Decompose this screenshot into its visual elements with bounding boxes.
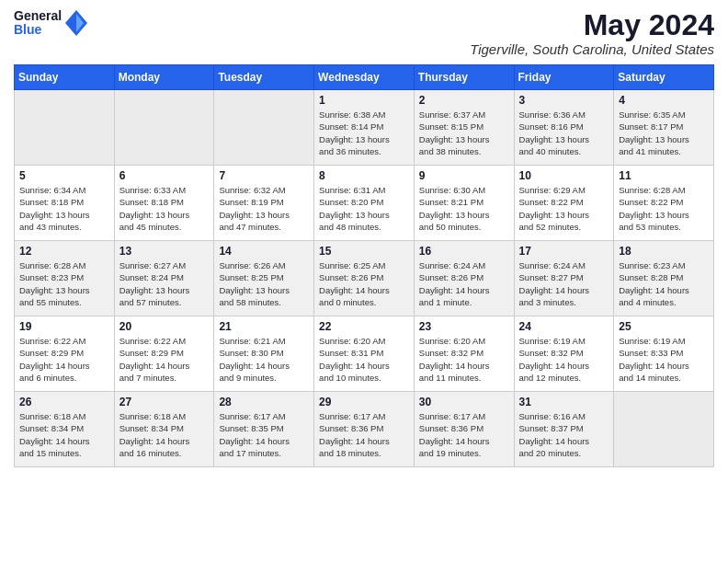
calendar-cell-3-3: 14Sunrise: 6:26 AM Sunset: 8:25 PM Dayli…: [214, 241, 314, 316]
day-info: Sunrise: 6:19 AM Sunset: 8:32 PM Dayligh…: [519, 335, 609, 384]
day-number: 27: [119, 396, 210, 408]
calendar-week-3: 12Sunrise: 6:28 AM Sunset: 8:23 PM Dayli…: [15, 241, 714, 316]
day-number: 4: [619, 94, 709, 107]
day-info: Sunrise: 6:30 AM Sunset: 8:21 PM Dayligh…: [419, 184, 509, 233]
calendar-week-1: 1Sunrise: 6:38 AM Sunset: 8:14 PM Daylig…: [15, 90, 714, 166]
day-number: 26: [19, 396, 109, 408]
calendar-cell-1-5: 2Sunrise: 6:37 AM Sunset: 8:15 PM Daylig…: [414, 90, 514, 166]
calendar-cell-5-5: 30Sunrise: 6:17 AM Sunset: 8:36 PM Dayli…: [414, 392, 514, 467]
day-info: Sunrise: 6:22 AM Sunset: 8:29 PM Dayligh…: [119, 335, 210, 384]
day-info: Sunrise: 6:35 AM Sunset: 8:17 PM Dayligh…: [619, 109, 709, 157]
day-number: 1: [319, 94, 409, 107]
calendar-cell-5-4: 29Sunrise: 6:17 AM Sunset: 8:36 PM Dayli…: [314, 392, 415, 467]
day-info: Sunrise: 6:18 AM Sunset: 8:34 PM Dayligh…: [119, 410, 210, 459]
day-info: Sunrise: 6:20 AM Sunset: 8:32 PM Dayligh…: [419, 335, 509, 384]
day-info: Sunrise: 6:17 AM Sunset: 8:36 PM Dayligh…: [319, 410, 409, 459]
day-number: 31: [519, 396, 609, 408]
calendar-cell-3-5: 16Sunrise: 6:24 AM Sunset: 8:26 PM Dayli…: [414, 241, 514, 316]
day-number: 21: [219, 320, 309, 333]
calendar-cell-2-7: 11Sunrise: 6:28 AM Sunset: 8:22 PM Dayli…: [614, 166, 714, 241]
day-info: Sunrise: 6:24 AM Sunset: 8:26 PM Dayligh…: [419, 259, 509, 308]
calendar-header-wednesday: Wednesday: [314, 65, 415, 90]
calendar-cell-3-4: 15Sunrise: 6:25 AM Sunset: 8:26 PM Dayli…: [314, 241, 415, 316]
calendar-header-row: SundayMondayTuesdayWednesdayThursdayFrid…: [15, 65, 714, 90]
calendar-week-4: 19Sunrise: 6:22 AM Sunset: 8:29 PM Dayli…: [15, 316, 714, 392]
calendar-cell-4-2: 20Sunrise: 6:22 AM Sunset: 8:29 PM Dayli…: [114, 316, 214, 392]
day-info: Sunrise: 6:17 AM Sunset: 8:36 PM Dayligh…: [419, 410, 509, 459]
day-number: 5: [19, 169, 109, 182]
calendar-cell-2-1: 5Sunrise: 6:34 AM Sunset: 8:18 PM Daylig…: [15, 166, 115, 241]
day-number: 18: [619, 245, 709, 258]
day-number: 14: [219, 245, 309, 258]
day-number: 29: [319, 396, 409, 408]
calendar-cell-5-7: [614, 392, 714, 467]
calendar-cell-4-3: 21Sunrise: 6:21 AM Sunset: 8:30 PM Dayli…: [214, 316, 314, 392]
calendar-week-5: 26Sunrise: 6:18 AM Sunset: 8:34 PM Dayli…: [15, 392, 714, 467]
logo-blue: Blue: [14, 23, 62, 37]
day-info: Sunrise: 6:31 AM Sunset: 8:20 PM Dayligh…: [319, 184, 409, 233]
calendar-cell-1-7: 4Sunrise: 6:35 AM Sunset: 8:17 PM Daylig…: [614, 90, 714, 166]
month-title: May 2024: [470, 9, 714, 41]
calendar-cell-4-1: 19Sunrise: 6:22 AM Sunset: 8:29 PM Dayli…: [15, 316, 115, 392]
day-info: Sunrise: 6:23 AM Sunset: 8:28 PM Dayligh…: [619, 259, 709, 308]
day-info: Sunrise: 6:17 AM Sunset: 8:35 PM Dayligh…: [219, 410, 309, 459]
day-number: 6: [119, 169, 210, 182]
day-number: 30: [419, 396, 509, 408]
calendar-cell-1-3: [214, 90, 314, 166]
calendar-cell-1-6: 3Sunrise: 6:36 AM Sunset: 8:16 PM Daylig…: [514, 90, 614, 166]
day-number: 19: [19, 320, 109, 333]
day-info: Sunrise: 6:34 AM Sunset: 8:18 PM Dayligh…: [19, 184, 109, 233]
calendar-cell-1-1: [15, 90, 115, 166]
calendar-header-saturday: Saturday: [614, 65, 714, 90]
day-info: Sunrise: 6:16 AM Sunset: 8:37 PM Dayligh…: [519, 410, 609, 459]
calendar-header-thursday: Thursday: [414, 65, 514, 90]
calendar-cell-3-6: 17Sunrise: 6:24 AM Sunset: 8:27 PM Dayli…: [514, 241, 614, 316]
calendar-cell-2-3: 7Sunrise: 6:32 AM Sunset: 8:19 PM Daylig…: [214, 166, 314, 241]
calendar-cell-2-4: 8Sunrise: 6:31 AM Sunset: 8:20 PM Daylig…: [314, 166, 415, 241]
calendar-cell-3-7: 18Sunrise: 6:23 AM Sunset: 8:28 PM Dayli…: [614, 241, 714, 316]
calendar-cell-4-7: 25Sunrise: 6:19 AM Sunset: 8:33 PM Dayli…: [614, 316, 714, 392]
calendar-cell-3-1: 12Sunrise: 6:28 AM Sunset: 8:23 PM Dayli…: [15, 241, 115, 316]
day-info: Sunrise: 6:32 AM Sunset: 8:19 PM Dayligh…: [219, 184, 309, 233]
day-info: Sunrise: 6:33 AM Sunset: 8:18 PM Dayligh…: [119, 184, 210, 233]
calendar-header-monday: Monday: [114, 65, 214, 90]
calendar-cell-5-3: 28Sunrise: 6:17 AM Sunset: 8:35 PM Dayli…: [214, 392, 314, 467]
day-number: 7: [219, 169, 309, 182]
day-info: Sunrise: 6:38 AM Sunset: 8:14 PM Dayligh…: [319, 109, 409, 157]
calendar-table: SundayMondayTuesdayWednesdayThursdayFrid…: [14, 64, 714, 467]
calendar-week-2: 5Sunrise: 6:34 AM Sunset: 8:18 PM Daylig…: [15, 166, 714, 241]
location: Tigerville, South Carolina, United State…: [470, 41, 714, 57]
day-number: 2: [419, 94, 509, 107]
calendar-cell-2-6: 10Sunrise: 6:29 AM Sunset: 8:22 PM Dayli…: [514, 166, 614, 241]
day-info: Sunrise: 6:28 AM Sunset: 8:23 PM Dayligh…: [19, 259, 109, 308]
day-info: Sunrise: 6:20 AM Sunset: 8:31 PM Dayligh…: [319, 335, 409, 384]
day-number: 20: [119, 320, 210, 333]
day-number: 25: [619, 320, 709, 333]
day-info: Sunrise: 6:18 AM Sunset: 8:34 PM Dayligh…: [19, 410, 109, 459]
day-info: Sunrise: 6:28 AM Sunset: 8:22 PM Dayligh…: [619, 184, 709, 233]
day-info: Sunrise: 6:37 AM Sunset: 8:15 PM Dayligh…: [419, 109, 509, 157]
day-info: Sunrise: 6:27 AM Sunset: 8:24 PM Dayligh…: [119, 259, 210, 308]
day-info: Sunrise: 6:29 AM Sunset: 8:22 PM Dayligh…: [519, 184, 609, 233]
day-info: Sunrise: 6:24 AM Sunset: 8:27 PM Dayligh…: [519, 259, 609, 308]
calendar-cell-1-2: [114, 90, 214, 166]
calendar-cell-2-2: 6Sunrise: 6:33 AM Sunset: 8:18 PM Daylig…: [114, 166, 214, 241]
calendar-cell-4-6: 24Sunrise: 6:19 AM Sunset: 8:32 PM Dayli…: [514, 316, 614, 392]
day-info: Sunrise: 6:36 AM Sunset: 8:16 PM Dayligh…: [519, 109, 609, 157]
calendar-cell-1-4: 1Sunrise: 6:38 AM Sunset: 8:14 PM Daylig…: [314, 90, 415, 166]
day-number: 15: [319, 245, 409, 258]
day-number: 12: [19, 245, 109, 258]
day-info: Sunrise: 6:25 AM Sunset: 8:26 PM Dayligh…: [319, 259, 409, 308]
day-number: 13: [119, 245, 210, 258]
day-number: 11: [619, 169, 709, 182]
day-number: 22: [319, 320, 409, 333]
day-info: Sunrise: 6:22 AM Sunset: 8:29 PM Dayligh…: [19, 335, 109, 384]
calendar-cell-5-6: 31Sunrise: 6:16 AM Sunset: 8:37 PM Dayli…: [514, 392, 614, 467]
day-number: 16: [419, 245, 509, 258]
day-number: 28: [219, 396, 309, 408]
page: General Blue May 2024 Tigerville, South …: [0, 0, 728, 563]
day-number: 23: [419, 320, 509, 333]
day-number: 3: [519, 94, 609, 107]
logo: General Blue: [14, 9, 87, 38]
calendar-cell-4-4: 22Sunrise: 6:20 AM Sunset: 8:31 PM Dayli…: [314, 316, 415, 392]
